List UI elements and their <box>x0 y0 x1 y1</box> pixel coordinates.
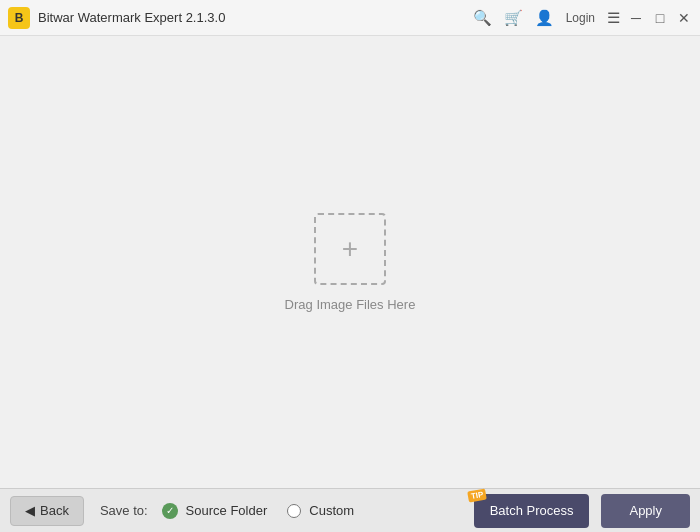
custom-label[interactable]: Custom <box>309 503 354 518</box>
app-title: Bitwar Watermark Expert 2.1.3.0 <box>38 10 473 25</box>
source-folder-label[interactable]: Source Folder <box>186 503 268 518</box>
user-icon[interactable]: 👤 <box>535 9 554 27</box>
cart-icon[interactable]: 🛒 <box>504 9 523 27</box>
close-button[interactable]: ✕ <box>676 10 692 26</box>
main-content: + Drag Image Files Here <box>0 36 700 488</box>
apply-button[interactable]: Apply <box>601 494 690 528</box>
plus-icon: + <box>342 235 358 263</box>
window-controls: ─ □ ✕ <box>628 10 692 26</box>
menu-icon[interactable]: ☰ <box>607 9 620 27</box>
batch-tip-badge: TIP <box>467 488 487 502</box>
search-icon[interactable]: 🔍 <box>473 9 492 27</box>
back-arrow-icon: ◀ <box>25 503 35 518</box>
app-logo: B <box>8 7 30 29</box>
title-bar-icons: 🔍 🛒 👤 Login ☰ <box>473 9 620 27</box>
drag-hint: Drag Image Files Here <box>285 297 416 312</box>
back-label: Back <box>40 503 69 518</box>
drop-zone[interactable]: + <box>314 213 386 285</box>
batch-process-button[interactable]: TIP Batch Process <box>474 494 590 528</box>
minimize-button[interactable]: ─ <box>628 10 644 26</box>
bottom-bar: ◀ Back Save to: ✓ Source Folder Custom T… <box>0 488 700 532</box>
title-bar: B Bitwar Watermark Expert 2.1.3.0 🔍 🛒 👤 … <box>0 0 700 36</box>
custom-radio[interactable] <box>287 504 301 518</box>
batch-process-label: Batch Process <box>490 503 574 518</box>
maximize-button[interactable]: □ <box>652 10 668 26</box>
login-button[interactable]: Login <box>566 11 595 25</box>
source-folder-check-icon: ✓ <box>162 503 178 519</box>
back-button[interactable]: ◀ Back <box>10 496 84 526</box>
save-to-label: Save to: <box>100 503 148 518</box>
